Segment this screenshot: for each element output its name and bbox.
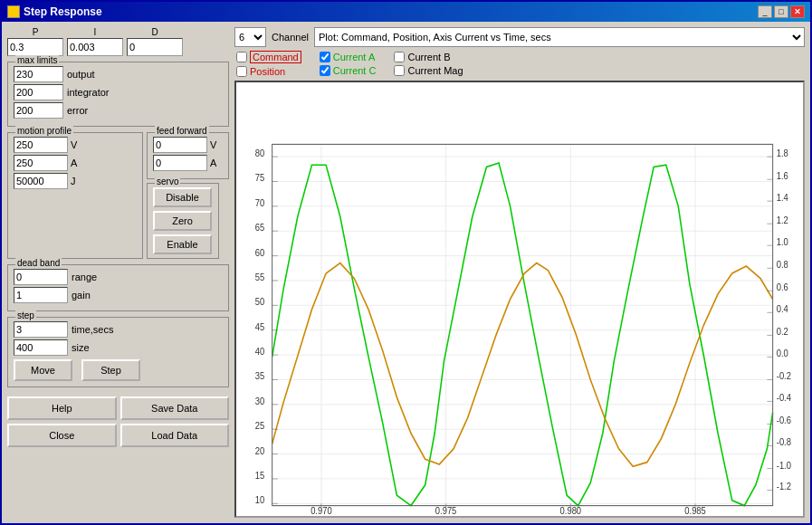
enable-button[interactable]: Enable bbox=[153, 234, 212, 254]
svg-text:1.6: 1.6 bbox=[777, 171, 789, 181]
ff-servo-col: feed forward V A servo Disable bbox=[147, 130, 229, 259]
svg-text:1.8: 1.8 bbox=[777, 148, 789, 158]
svg-text:70: 70 bbox=[255, 197, 265, 207]
p-input[interactable] bbox=[7, 38, 63, 56]
current-a-checkbox[interactable] bbox=[320, 52, 330, 62]
current-b-checkbox-item: Current B bbox=[394, 52, 463, 62]
step-time-input[interactable] bbox=[14, 321, 68, 338]
current-a-checkbox-item: Current A bbox=[320, 52, 377, 62]
title-bar: Step Response _ □ ✕ bbox=[2, 2, 810, 22]
ff-a-input[interactable] bbox=[153, 155, 207, 171]
current-a-label: Current A bbox=[333, 52, 375, 62]
svg-text:60: 60 bbox=[255, 247, 265, 257]
svg-text:-1.0: -1.0 bbox=[777, 460, 792, 470]
left-checkboxes: Command Position bbox=[236, 51, 301, 77]
load-data-button[interactable]: Load Data bbox=[120, 424, 230, 447]
current-c-label: Current C bbox=[333, 65, 377, 76]
chart-controls: 6 Channel Plot: Command, Position, Axis … bbox=[234, 27, 805, 47]
minimize-button[interactable]: _ bbox=[758, 5, 772, 18]
channel-select[interactable]: 6 bbox=[234, 27, 266, 47]
right-panel: 6 Channel Plot: Command, Position, Axis … bbox=[234, 27, 805, 518]
close-button[interactable]: ✕ bbox=[790, 5, 805, 18]
chart-area: 10 15 20 25 30 35 40 45 50 55 60 65 70 7… bbox=[234, 81, 805, 518]
svg-text:40: 40 bbox=[255, 347, 265, 357]
current-mag-checkbox[interactable] bbox=[394, 65, 405, 76]
integrator-label: integrator bbox=[67, 87, 109, 98]
step-group: step time,secs size Move Step bbox=[7, 317, 229, 387]
ff-v-label: V bbox=[210, 139, 223, 150]
save-data-button[interactable]: Save Data bbox=[120, 396, 230, 420]
error-row: error bbox=[14, 102, 223, 119]
p-label: P bbox=[33, 27, 39, 37]
db-range-label: range bbox=[72, 272, 97, 282]
disable-button[interactable]: Disable bbox=[153, 187, 212, 207]
command-checkbox-item: Command bbox=[236, 51, 301, 63]
title-buttons: _ □ ✕ bbox=[758, 5, 805, 18]
mp-ff-row: motion profile V A J bbox=[7, 130, 229, 259]
mp-j-input[interactable] bbox=[14, 173, 68, 189]
maximize-button[interactable]: □ bbox=[774, 5, 788, 18]
max-limits-group: max limits output integrator error bbox=[7, 62, 229, 127]
svg-text:-0.2: -0.2 bbox=[777, 371, 791, 381]
d-input[interactable] bbox=[127, 38, 183, 56]
current-b-label: Current B bbox=[407, 52, 450, 62]
svg-text:10: 10 bbox=[255, 495, 265, 505]
svg-text:0.8: 0.8 bbox=[777, 260, 789, 270]
deadband-group: dead band range gain bbox=[7, 264, 229, 311]
move-button[interactable]: Move bbox=[14, 359, 72, 381]
plot-select[interactable]: Plot: Command, Position, Axis Current vs… bbox=[314, 27, 805, 47]
step-size-label: size bbox=[72, 342, 90, 353]
svg-text:1.2: 1.2 bbox=[777, 215, 788, 225]
svg-text:-0.8: -0.8 bbox=[777, 437, 792, 447]
mp-v-input[interactable] bbox=[14, 137, 68, 153]
i-group: I bbox=[67, 27, 123, 56]
svg-text:0.2: 0.2 bbox=[777, 327, 788, 337]
servo-legend: servo bbox=[155, 177, 180, 186]
close-button-bottom[interactable]: Close bbox=[7, 424, 117, 447]
main-window: Step Response _ □ ✕ P I D bbox=[0, 0, 812, 525]
output-row: output bbox=[14, 66, 223, 82]
current-ac-checkboxes: Current A Current C bbox=[320, 52, 377, 76]
error-input[interactable] bbox=[14, 102, 63, 119]
current-c-checkbox-item: Current C bbox=[320, 65, 377, 76]
servo-group: servo Disable Zero Enable bbox=[147, 183, 219, 259]
output-input[interactable] bbox=[14, 66, 63, 82]
svg-text:30: 30 bbox=[255, 396, 265, 406]
i-label: I bbox=[94, 27, 97, 37]
integrator-input[interactable] bbox=[14, 84, 63, 100]
motion-profile-legend: motion profile bbox=[15, 126, 73, 136]
channel-label: Channel bbox=[272, 32, 309, 43]
window-icon bbox=[7, 5, 20, 18]
max-limits-legend: max limits bbox=[15, 55, 59, 65]
zero-button[interactable]: Zero bbox=[153, 211, 212, 231]
step-size-input[interactable] bbox=[14, 339, 68, 356]
mp-j-label: J bbox=[71, 176, 83, 186]
svg-text:25: 25 bbox=[255, 421, 265, 431]
step-button[interactable]: Step bbox=[81, 359, 140, 381]
current-b-checkbox[interactable] bbox=[394, 52, 405, 62]
current-c-checkbox[interactable] bbox=[320, 65, 330, 76]
db-range-input[interactable] bbox=[14, 269, 68, 285]
ff-legend: feed forward bbox=[155, 126, 209, 136]
svg-text:0.4: 0.4 bbox=[777, 304, 789, 314]
position-checkbox-item: Position bbox=[236, 66, 301, 77]
svg-text:-0.4: -0.4 bbox=[777, 393, 792, 403]
svg-text:55: 55 bbox=[255, 272, 265, 282]
ff-v-input[interactable] bbox=[153, 137, 207, 153]
current-mag-checkbox-item: Current Mag bbox=[394, 65, 463, 76]
position-checkbox[interactable] bbox=[236, 66, 247, 77]
d-label: D bbox=[151, 27, 158, 37]
i-input[interactable] bbox=[67, 38, 123, 56]
pid-row: P I D bbox=[7, 27, 229, 56]
d-group: D bbox=[127, 27, 183, 56]
help-button[interactable]: Help bbox=[7, 396, 117, 420]
command-checkbox[interactable] bbox=[236, 52, 247, 62]
mp-a-label: A bbox=[71, 158, 83, 168]
mp-a-input[interactable] bbox=[14, 155, 68, 171]
db-gain-input[interactable] bbox=[14, 287, 68, 303]
chart-svg: 10 15 20 25 30 35 40 45 50 55 60 65 70 7… bbox=[236, 82, 803, 516]
window-title: Step Response bbox=[24, 5, 102, 18]
left-panel: P I D max limits output bbox=[7, 27, 229, 518]
svg-text:1.4: 1.4 bbox=[777, 193, 789, 203]
step-buttons: Move Step bbox=[14, 359, 223, 381]
